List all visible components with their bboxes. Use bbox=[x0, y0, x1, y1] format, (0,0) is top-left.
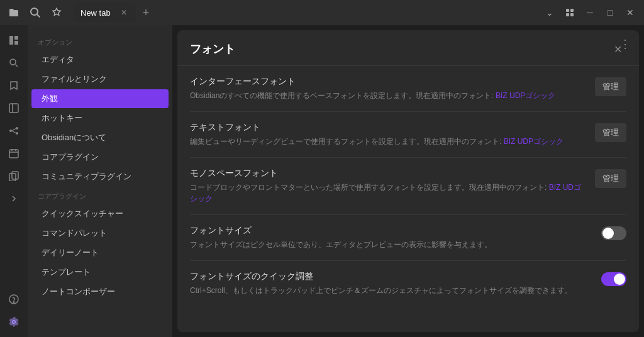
settings-item-quick-switcher[interactable]: クイックスイッチャー bbox=[31, 204, 169, 223]
close-window-button[interactable]: ✕ bbox=[621, 4, 639, 21]
setting-row-text-font: テキストフォント 編集ビューやリーディングビューで使用するフォントを設定します。… bbox=[190, 122, 626, 147]
font-link-1[interactable]: BIZ UDPゴシック bbox=[504, 137, 564, 146]
setting-info-monospace-font: モノスペースフォント コードブロックやフロントマターといった場所で使用するフォン… bbox=[190, 168, 585, 204]
tab-new-tab[interactable]: New tab ✕ bbox=[73, 3, 136, 22]
new-tab-button[interactable]: + bbox=[137, 4, 155, 21]
toggle-font-size-quick[interactable] bbox=[601, 272, 626, 286]
settings-item-community-plugins[interactable]: コミュニティプラグイン bbox=[31, 167, 169, 186]
sidebar-file-explorer[interactable] bbox=[4, 30, 24, 50]
setting-info-font-size: フォントサイズ フォントサイズはピクセル単位であり、エディタとプレビューの表示に… bbox=[190, 225, 591, 250]
setting-row-font-size-quick: フォントサイズのクイック調整 Ctrl+Scroll、もしくはトラックパッド上で… bbox=[190, 271, 626, 296]
svg-rect-1 bbox=[570, 9, 574, 12]
settings-item-about[interactable]: Obsidianについて bbox=[31, 128, 169, 147]
setting-row-monospace-font: モノスペースフォント コードブロックやフロントマターといった場所で使用するフォン… bbox=[190, 168, 626, 204]
sidebar-graph[interactable] bbox=[4, 121, 24, 141]
settings-item-appearance[interactable]: 外観 bbox=[31, 89, 169, 108]
svg-rect-5 bbox=[14, 36, 18, 40]
chevron-down-icon[interactable]: ⌄ bbox=[541, 4, 558, 21]
minimize-button[interactable]: ─ bbox=[581, 4, 599, 21]
setting-info-font-size-quick: フォントサイズのクイック調整 Ctrl+Scroll、もしくはトラックパッド上で… bbox=[190, 271, 591, 296]
setting-desc-monospace-font: コードブロックやフロントマターといった場所で使用するフォントを設定します。現在適… bbox=[190, 182, 585, 204]
titlebar-left bbox=[5, 4, 65, 21]
setting-name-monospace-font: モノスペースフォント bbox=[190, 168, 585, 179]
svg-rect-21 bbox=[9, 174, 16, 181]
svg-rect-20 bbox=[12, 172, 18, 179]
tab-label: New tab bbox=[80, 8, 111, 18]
settings-item-templates[interactable]: テンプレート bbox=[31, 263, 169, 282]
sidebar-help[interactable] bbox=[4, 289, 24, 309]
svg-rect-6 bbox=[14, 41, 18, 45]
setting-action-monospace-font: 管理 bbox=[595, 169, 626, 188]
settings-item-daily-note[interactable]: デイリーノート bbox=[31, 243, 169, 262]
setting-action-text-font: 管理 bbox=[595, 123, 626, 142]
setting-group-interface-font: インターフェースフォント Obsidianのすべての機能で使用するベースフォント… bbox=[190, 66, 626, 112]
sidebar-panel[interactable] bbox=[4, 98, 24, 118]
setting-desc-font-size-quick: Ctrl+Scroll、もしくはトラックパッド上でピンチ＆ズームのジェスチャによ… bbox=[190, 285, 591, 296]
search-titlebar-icon[interactable] bbox=[26, 4, 44, 21]
toggle-knob-font-size-quick bbox=[614, 273, 625, 285]
desc-prefix-0: Obsidianのすべての機能で使用するベースフォントを設定します。現在適用中の… bbox=[190, 91, 496, 100]
sidebar-settings[interactable] bbox=[4, 312, 24, 332]
setting-name-interface-font: インターフェースフォント bbox=[190, 76, 585, 87]
setting-info-text-font: テキストフォント 編集ビューやリーディングビューで使用するフォントを設定します。… bbox=[190, 122, 585, 147]
setting-desc-interface-font: Obsidianのすべての機能で使用するベースフォントを設定します。現在適用中の… bbox=[190, 90, 585, 101]
folder-icon[interactable] bbox=[5, 4, 23, 21]
setting-name-font-size: フォントサイズ bbox=[190, 225, 591, 236]
manage-button-interface-font[interactable]: 管理 bbox=[595, 77, 626, 96]
sidebar-bottom bbox=[4, 289, 24, 332]
section-label-core: コアプラグイン bbox=[28, 187, 172, 204]
sidebar-chevron[interactable] bbox=[4, 189, 24, 209]
settings-item-core-plugins[interactable]: コアプラグイン bbox=[31, 148, 169, 167]
svg-rect-2 bbox=[566, 13, 569, 16]
settings-panel: フォント ✕ ⋮ インターフェースフォント Obsidianのすべての機能で使用… bbox=[177, 30, 639, 332]
setting-group-monospace-font: モノスペースフォント コードブロックやフロントマターといった場所で使用するフォン… bbox=[190, 158, 626, 215]
titlebar: New tab ✕ + ⌄ ─ □ ✕ bbox=[0, 0, 644, 25]
layout-icon[interactable] bbox=[561, 4, 579, 21]
setting-desc-text-font: 編集ビューやリーディングビューで使用するフォントを設定します。現在適用中のフォン… bbox=[190, 136, 585, 147]
svg-point-23 bbox=[13, 302, 14, 303]
svg-point-11 bbox=[9, 130, 12, 132]
setting-info-interface-font: インターフェースフォント Obsidianのすべての機能で使用するベースフォント… bbox=[190, 76, 585, 101]
svg-line-14 bbox=[12, 129, 16, 131]
panel-header: フォント ✕ bbox=[177, 30, 639, 66]
desc-prefix-2: コードブロックやフロントマターといった場所で使用するフォントを設定します。現在適… bbox=[190, 183, 549, 192]
settings-content: インターフェースフォント Obsidianのすべての機能で使用するベースフォント… bbox=[177, 66, 639, 332]
svg-line-15 bbox=[12, 131, 16, 133]
panel-title: フォント bbox=[190, 41, 235, 57]
panel-more-button[interactable]: ⋮ bbox=[616, 35, 634, 53]
setting-desc-font-size: フォントサイズはピクセル単位であり、エディタとプレビューの表示に影響を与えます。 bbox=[190, 239, 591, 250]
svg-line-8 bbox=[16, 65, 18, 67]
toggle-font-size[interactable] bbox=[601, 226, 626, 240]
setting-group-text-font: テキストフォント 編集ビューやリーディングビューで使用するフォントを設定します。… bbox=[190, 112, 626, 158]
sidebar-icons bbox=[0, 25, 28, 337]
manage-button-monospace-font[interactable]: 管理 bbox=[595, 169, 626, 188]
star-icon[interactable] bbox=[48, 4, 65, 21]
settings-item-hotkeys[interactable]: ホットキー bbox=[31, 109, 169, 128]
settings-item-editor[interactable]: エディタ bbox=[31, 50, 169, 69]
sidebar-calendar[interactable] bbox=[4, 143, 24, 163]
svg-point-7 bbox=[10, 59, 16, 65]
sidebar-search[interactable] bbox=[4, 53, 24, 73]
sidebar-copy[interactable] bbox=[4, 166, 24, 186]
settings-item-command-palette[interactable]: コマンドパレット bbox=[31, 224, 169, 243]
svg-rect-0 bbox=[566, 9, 569, 12]
setting-row-font-size: フォントサイズ フォントサイズはピクセル単位であり、エディタとプレビューの表示に… bbox=[190, 225, 626, 250]
svg-point-12 bbox=[16, 127, 18, 130]
font-link-0[interactable]: BIZ UDPゴシック bbox=[496, 91, 555, 100]
maximize-button[interactable]: □ bbox=[601, 4, 619, 21]
settings-item-note-composer[interactable]: ノートコンポーザー bbox=[31, 282, 169, 301]
setting-row-interface-font: インターフェースフォント Obsidianのすべての機能で使用するベースフォント… bbox=[190, 76, 626, 101]
sidebar-bookmarks[interactable] bbox=[4, 75, 24, 96]
titlebar-right: ⌄ ─ □ ✕ bbox=[541, 4, 639, 21]
setting-action-font-size bbox=[601, 226, 626, 240]
tab-area: New tab ✕ + bbox=[73, 3, 538, 22]
toggle-knob-font-size bbox=[602, 228, 614, 239]
tab-close-icon[interactable]: ✕ bbox=[119, 7, 128, 18]
setting-name-font-size-quick: フォントサイズのクイック調整 bbox=[190, 271, 591, 282]
desc-prefix-1: 編集ビューやリーディングビューで使用するフォントを設定します。現在適用中のフォン… bbox=[190, 137, 504, 146]
manage-button-text-font[interactable]: 管理 bbox=[595, 123, 626, 142]
settings-item-files[interactable]: ファイルとリンク bbox=[31, 70, 169, 89]
setting-group-font-size-quick: フォントサイズのクイック調整 Ctrl+Scroll、もしくはトラックパッド上で… bbox=[190, 261, 626, 306]
setting-name-text-font: テキストフォント bbox=[190, 122, 585, 133]
svg-point-13 bbox=[16, 132, 18, 135]
